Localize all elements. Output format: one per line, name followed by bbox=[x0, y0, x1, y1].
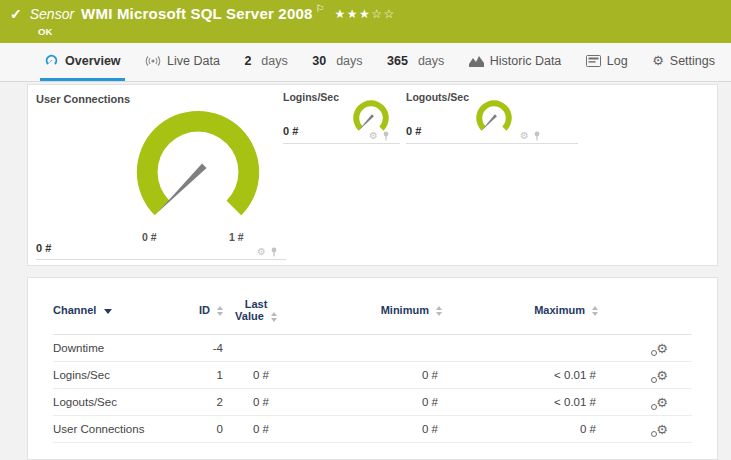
gauge-scale-max: 1 # bbox=[229, 231, 244, 243]
gauge-settings-gear-icon[interactable]: ⚙ bbox=[257, 247, 266, 257]
tab-label: Settings bbox=[670, 54, 715, 68]
live-data-icon bbox=[145, 55, 161, 67]
overview-gauges-panel: User Connections 0 # 1 # 0 # ⚙ Logins/Se… bbox=[27, 84, 718, 266]
channel-id: 0 bbox=[193, 416, 229, 443]
tab-number: 2 bbox=[244, 54, 251, 68]
tab-2-days[interactable]: 2 days bbox=[240, 43, 291, 81]
channel-settings-gear-icon[interactable]: ⚙ bbox=[656, 342, 668, 355]
tab-number: 365 bbox=[387, 54, 408, 68]
channel-settings-gear-icon[interactable]: ⚙ bbox=[656, 423, 668, 436]
pin-icon[interactable] bbox=[533, 131, 541, 141]
column-header-minimum[interactable]: Minimum bbox=[287, 290, 452, 335]
sort-icon bbox=[592, 306, 598, 316]
page-title: WMI Microsoft SQL Server 2008 bbox=[81, 5, 312, 22]
tab-label: Historic Data bbox=[490, 54, 562, 68]
tab-label: Overview bbox=[65, 54, 121, 68]
status-badge: OK bbox=[38, 26, 52, 37]
table-row: Logouts/Sec 2 0 # 0 # < 0.01 # ⚙ bbox=[53, 389, 692, 416]
pin-icon[interactable] bbox=[270, 247, 278, 257]
tab-settings[interactable]: ⚙ Settings bbox=[648, 43, 719, 81]
gear-icon: ⚙ bbox=[652, 54, 664, 67]
gauge-value: 0 # bbox=[36, 242, 51, 254]
gauge-settings-gear-icon[interactable]: ⚙ bbox=[520, 131, 529, 141]
maximum-value: 0 # bbox=[452, 416, 608, 443]
gauge-widget-logouts: Logouts/Sec 0 # ⚙ bbox=[406, 91, 578, 144]
channel-table: Channel ID Last Value Minimum Maximum bbox=[53, 290, 692, 443]
column-header-maximum[interactable]: Maximum bbox=[452, 290, 608, 335]
channel-name: Logins/Sec bbox=[53, 362, 193, 389]
tab-live-data[interactable]: Live Data bbox=[141, 43, 224, 81]
channel-id: -4 bbox=[193, 335, 229, 362]
maximum-value bbox=[452, 335, 608, 362]
priority-stars[interactable]: ★★★☆☆ bbox=[335, 7, 396, 21]
chart-icon bbox=[469, 55, 484, 67]
object-kind-label: Sensor bbox=[30, 6, 74, 22]
gauge-widget-user-connections: User Connections 0 # 1 # 0 # ⚙ bbox=[36, 91, 286, 260]
channel-id: 2 bbox=[193, 389, 229, 416]
gauge-scale-min: 0 # bbox=[142, 231, 157, 243]
table-row: User Connections 0 0 # 0 # 0 # ⚙ bbox=[53, 416, 692, 443]
last-value: 0 # bbox=[229, 362, 287, 389]
maximum-value: < 0.01 # bbox=[452, 362, 608, 389]
tab-historic-data[interactable]: Historic Data bbox=[465, 43, 566, 81]
gauge-widget-logins: Logins/Sec 0 # ⚙ bbox=[283, 91, 400, 144]
sensor-header: ✓ Sensor WMI Microsoft SQL Server 2008 ⚐… bbox=[0, 0, 731, 43]
maximum-value: < 0.01 # bbox=[452, 389, 608, 416]
gauge-needle bbox=[358, 114, 374, 130]
gauge-value: 0 # bbox=[406, 125, 421, 137]
gauge-needle bbox=[158, 163, 207, 212]
column-header-channel[interactable]: Channel bbox=[53, 290, 193, 335]
sort-icon bbox=[217, 306, 223, 316]
minimum-value: 0 # bbox=[287, 416, 452, 443]
channel-settings-gear-icon[interactable]: ⚙ bbox=[656, 396, 668, 409]
sort-icon bbox=[436, 306, 442, 316]
tab-overview[interactable]: Overview bbox=[40, 43, 125, 81]
channel-name: Logouts/Sec bbox=[53, 389, 193, 416]
tab-number: 30 bbox=[312, 54, 326, 68]
tab-label: Live Data bbox=[167, 54, 220, 68]
channel-name: User Connections bbox=[53, 416, 193, 443]
gauge-title: User Connections bbox=[36, 93, 130, 105]
gauge-icon bbox=[44, 54, 59, 68]
channel-id: 1 bbox=[193, 362, 229, 389]
last-value: 0 # bbox=[229, 389, 287, 416]
minimum-value: 0 # bbox=[287, 362, 452, 389]
status-ok-checkmark-icon: ✓ bbox=[10, 6, 22, 22]
user-connections-gauge bbox=[118, 103, 278, 251]
last-value bbox=[229, 335, 287, 362]
tab-label: days bbox=[418, 54, 444, 68]
flag-icon[interactable]: ⚐ bbox=[316, 3, 325, 14]
sort-desc-icon bbox=[104, 309, 112, 314]
tab-label: days bbox=[336, 54, 362, 68]
column-header-id[interactable]: ID bbox=[193, 290, 229, 335]
table-row: Logins/Sec 1 0 # 0 # < 0.01 # ⚙ bbox=[53, 362, 692, 389]
table-row: Downtime -4 ⚙ bbox=[53, 335, 692, 362]
tab-label: days bbox=[261, 54, 287, 68]
tab-30-days[interactable]: 30 days bbox=[308, 43, 366, 81]
gauge-value: 0 # bbox=[283, 125, 298, 137]
gauge-needle bbox=[481, 114, 497, 130]
gauge-title: Logins/Sec bbox=[283, 91, 339, 103]
channel-name: Downtime bbox=[53, 335, 193, 362]
tab-log[interactable]: Log bbox=[582, 43, 632, 81]
channel-table-panel: Channel ID Last Value Minimum Maximum bbox=[27, 277, 718, 460]
gauge-settings-gear-icon[interactable]: ⚙ bbox=[369, 131, 378, 141]
tab-bar: Overview Live Data 2 days 30 days 365 da… bbox=[0, 43, 731, 82]
minimum-value: 0 # bbox=[287, 389, 452, 416]
logouts-gauge bbox=[471, 98, 517, 141]
tab-365-days[interactable]: 365 days bbox=[383, 43, 448, 81]
last-value: 0 # bbox=[229, 416, 287, 443]
column-header-last-value[interactable]: Last Value bbox=[229, 290, 287, 335]
table-header-row: Channel ID Last Value Minimum Maximum bbox=[53, 290, 692, 335]
log-icon bbox=[586, 55, 601, 67]
sort-icon bbox=[271, 312, 277, 322]
tab-label: Log bbox=[607, 54, 628, 68]
channel-settings-gear-icon[interactable]: ⚙ bbox=[656, 369, 668, 382]
pin-icon[interactable] bbox=[382, 131, 390, 141]
minimum-value bbox=[287, 335, 452, 362]
gauge-title: Logouts/Sec bbox=[406, 91, 469, 103]
